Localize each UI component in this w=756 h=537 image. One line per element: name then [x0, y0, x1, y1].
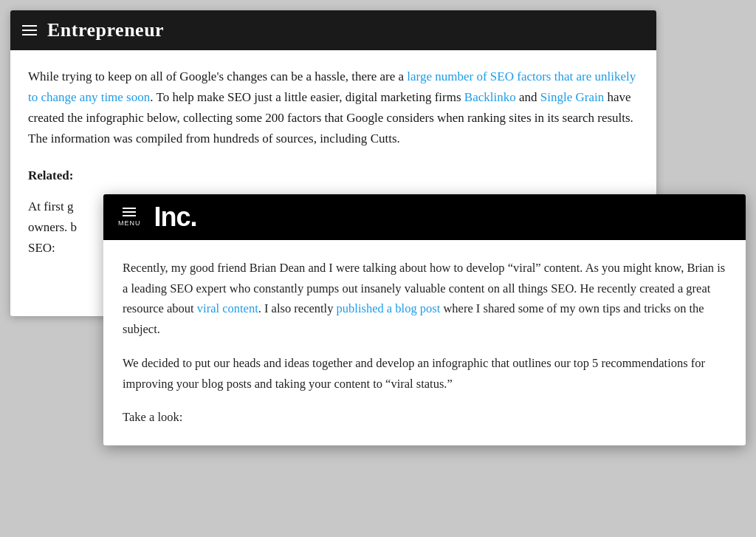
inc-paragraph-2: We decided to put our heads and ideas to…	[123, 353, 726, 394]
inc-window: MENU Inc. Recently, my good friend Brian…	[103, 194, 746, 445]
entrepreneur-text-2c: SEO:	[28, 241, 55, 255]
hamburger-menu-icon[interactable]	[22, 25, 37, 35]
entrepreneur-paragraph-1: While trying to keep on all of Google's …	[28, 66, 639, 149]
inc-text-1b: . I also recently	[258, 301, 337, 315]
inc-logo: Inc.	[154, 202, 197, 233]
entrepreneur-text-1e: Cutts.	[367, 131, 399, 146]
inc-body: Recently, my good friend Brian Dean and …	[103, 240, 746, 445]
entrepreneur-text-1a: While trying to keep on all of Google's …	[28, 69, 407, 83]
entrepreneur-logo: Entrepreneur	[47, 19, 164, 41]
entrepreneur-text-1c: and	[516, 90, 540, 104]
entrepreneur-text-2a: At first g	[28, 199, 73, 213]
entrepreneur-text-1b: . To help make SEO just a little easier,…	[150, 90, 464, 104]
inc-hamburger-lines	[123, 208, 136, 216]
entrepreneur-header: Entrepreneur	[10, 10, 656, 50]
inc-header: MENU Inc.	[103, 194, 746, 240]
entrepreneur-text-2b: owners. b	[28, 220, 77, 234]
single-grain-link[interactable]: Single Grain	[540, 90, 604, 104]
backlinko-link[interactable]: Backlinko	[464, 90, 516, 104]
inc-paragraph-1: Recently, my good friend Brian Dean and …	[123, 258, 726, 340]
related-label: Related:	[28, 165, 639, 186]
inc-paragraph-3: Take a look:	[123, 407, 726, 428]
viral-content-link[interactable]: viral content	[197, 301, 258, 315]
blog-post-link[interactable]: published a blog post	[337, 301, 441, 315]
inc-menu-label: MENU	[118, 219, 141, 227]
inc-menu-icon[interactable]: MENU	[118, 208, 141, 227]
